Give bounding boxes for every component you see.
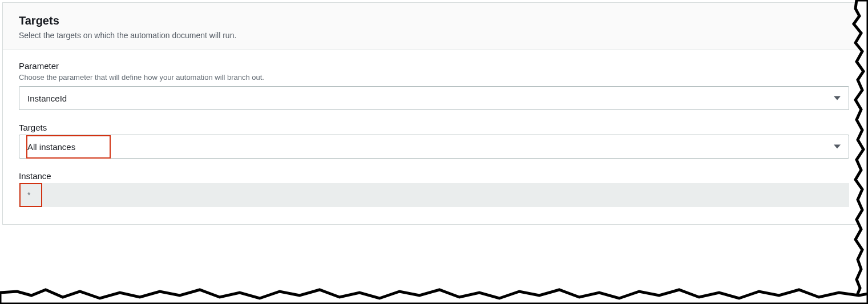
panel-header: Targets Select the targets on which the … [3,3,865,50]
targets-field: Targets All instances [19,123,849,159]
instance-label: Instance [19,171,849,181]
targets-selected-value: All instances [27,142,75,152]
instance-readonly: * [19,183,849,207]
panel-subtitle: Select the targets on which the automati… [19,31,849,40]
torn-edge-bottom [0,281,868,304]
instance-value: * [27,190,30,200]
targets-select-wrap: All instances [19,135,849,159]
chevron-down-icon [834,96,841,100]
chevron-down-icon [834,145,841,149]
panel-body: Parameter Choose the parameter that will… [3,50,865,224]
parameter-selected-value: InstanceId [27,94,67,103]
parameter-hint: Choose the parameter that will define ho… [19,73,849,82]
parameter-select[interactable]: InstanceId [19,86,849,110]
targets-panel: Targets Select the targets on which the … [2,2,866,225]
parameter-select-wrap: InstanceId [19,86,849,110]
targets-select[interactable]: All instances [19,135,849,159]
parameter-label: Parameter [19,61,849,71]
instance-field: Instance * [19,171,849,207]
panel-title: Targets [19,14,849,27]
targets-label: Targets [19,123,849,132]
parameter-field: Parameter Choose the parameter that will… [19,61,849,110]
